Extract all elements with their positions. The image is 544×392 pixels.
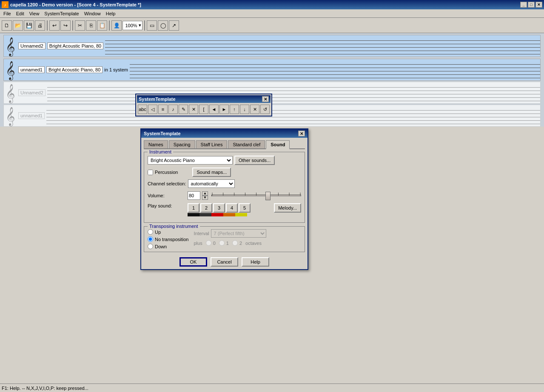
help-button[interactable]: Help — [242, 257, 269, 267]
play-btn-3[interactable]: 3 — [213, 203, 225, 213]
new-button[interactable]: 🗋 — [2, 20, 12, 31]
cut-button[interactable]: ✂ — [75, 20, 85, 31]
radio-up[interactable] — [148, 229, 153, 235]
print-button[interactable]: 🖨 — [35, 20, 45, 31]
app-title: capella 1200 - Demo version - [Score 4 -… — [10, 2, 141, 7]
stb-note[interactable]: ♪ — [168, 105, 178, 114]
stb-abc[interactable]: abc — [138, 105, 147, 114]
staff2-name[interactable]: unnamed1 — [18, 66, 45, 73]
interval-select: 7 (Perfect fifth) — [211, 229, 266, 238]
staff3-name[interactable]: Unnamed2 — [18, 89, 46, 96]
instrument-select[interactable]: Bright Acoustic Piano — [148, 156, 233, 165]
menu-edit[interactable]: Edit — [14, 10, 27, 17]
stb-down[interactable]: ↓ — [240, 105, 249, 114]
tab-sound[interactable]: Sound — [266, 140, 290, 149]
score-staff-1[interactable]: 𝄞 Unnamed2 Bright Acoustic Piano, 80 — [3, 35, 541, 57]
stb-up[interactable]: ↑ — [230, 105, 239, 114]
zoom-control[interactable]: 100% ▾ — [122, 21, 142, 30]
channel-select[interactable]: automatically — [188, 179, 235, 188]
tool2-button[interactable]: ◯ — [158, 20, 168, 31]
stb-left[interactable]: ◄ — [209, 105, 219, 114]
stb-delete[interactable]: ✕ — [250, 105, 259, 114]
user-button[interactable]: 👤 — [111, 20, 122, 31]
ok-button[interactable]: OK — [179, 257, 207, 267]
tab-standard-clef[interactable]: Standard clef — [228, 140, 265, 148]
menu-systemtemplate[interactable]: SystemTemplate — [42, 10, 81, 17]
open-button[interactable]: 📂 — [13, 20, 23, 31]
maximize-button[interactable]: □ — [528, 2, 535, 8]
radio-up-text: Up — [155, 230, 161, 235]
volume-spin-up[interactable]: ▲ — [202, 191, 208, 196]
color-bar-4 — [223, 213, 235, 216]
stb-x[interactable]: ✕ — [189, 105, 198, 114]
close-button[interactable]: ✕ — [535, 2, 542, 8]
stb-pencil[interactable]: ✎ — [179, 105, 188, 114]
octave-0-radio — [206, 240, 211, 246]
staff1-name[interactable]: Unnamed2 — [18, 43, 46, 49]
save-button[interactable]: 💾 — [24, 20, 34, 31]
menu-file[interactable]: File — [1, 10, 14, 17]
octaves-label: octaves — [245, 241, 262, 246]
minimize-button[interactable]: _ — [520, 2, 527, 8]
staff4-name[interactable]: unnamed1 — [18, 112, 45, 119]
play-sound-label: Play sound: — [148, 203, 186, 208]
play-btn-1[interactable]: 1 — [188, 203, 199, 213]
cancel-button[interactable]: Cancel — [211, 257, 238, 267]
play-btn-4[interactable]: 4 — [226, 203, 238, 213]
volume-slider-handle[interactable] — [265, 192, 271, 200]
play-color-bars — [188, 213, 251, 216]
radio-down[interactable] — [148, 244, 153, 249]
tab-spacing[interactable]: Spacing — [169, 140, 195, 148]
octave-2-text: 2 — [239, 241, 242, 246]
tool1-button[interactable]: ▭ — [147, 20, 157, 31]
menu-view[interactable]: View — [27, 10, 42, 17]
score-staff-2[interactable]: 𝄞 unnamed1 Bright Acoustic Piano, 80 in … — [3, 59, 541, 81]
stb-lines[interactable]: ≡ — [158, 105, 168, 114]
tool3-button[interactable]: ↗ — [169, 20, 179, 31]
octave-0-text: 0 — [213, 241, 216, 246]
stb-refresh[interactable]: ↺ — [260, 105, 270, 114]
dialog-close-button[interactable]: ✕ — [298, 131, 305, 136]
staff2-instrument[interactable]: Bright Acoustic Piano, 80 — [46, 66, 103, 73]
play-btn-5[interactable]: 5 — [239, 203, 251, 213]
melody-button[interactable]: Melody... — [274, 203, 301, 213]
volume-input[interactable]: 80 — [188, 191, 200, 200]
volume-spin-down[interactable]: ▼ — [202, 196, 208, 200]
sound-maps-button[interactable]: Sound maps... — [192, 168, 231, 177]
radio-no-transpose[interactable] — [148, 236, 153, 242]
paste-button[interactable]: 📋 — [97, 20, 107, 31]
zoom-input[interactable]: 100% — [124, 23, 139, 28]
percussion-checkbox[interactable] — [148, 170, 153, 175]
undo-button[interactable]: ↩ — [49, 20, 60, 31]
stb-triangle[interactable]: ◁ — [148, 105, 157, 114]
tab-staff-lines[interactable]: Staff Lines — [196, 140, 228, 148]
play-btn-2[interactable]: 2 — [200, 203, 212, 213]
sys-toolbar-close[interactable]: ✕ — [262, 96, 269, 102]
tab-names[interactable]: Names — [144, 140, 168, 148]
clef-2: 𝄞 — [4, 59, 17, 80]
main-toolbar: 🗋 📂 💾 🖨 ↩ ↪ ✂ ⎘ 📋 👤 100% ▾ ▭ ◯ ↗ — [0, 18, 544, 33]
system-template-dialog: SystemTemplate ✕ Names Spacing Staff Lin… — [140, 128, 308, 270]
other-sounds-button[interactable]: Other sounds... — [234, 156, 275, 165]
staff1-instrument[interactable]: Bright Acoustic Piano, 80 — [47, 43, 103, 49]
menu-window[interactable]: Window — [82, 10, 103, 17]
radio-up-label[interactable]: Up — [148, 229, 189, 235]
menu-help[interactable]: Help — [103, 10, 118, 17]
stb-bracket[interactable]: [ — [199, 105, 208, 114]
percussion-row: Percussion Sound maps... — [148, 168, 301, 177]
radio-down-label[interactable]: Down — [148, 244, 189, 249]
stb-right[interactable]: ► — [219, 105, 229, 114]
copy-button[interactable]: ⎘ — [86, 20, 96, 31]
transpose-group-label: Transposing instrument — [148, 224, 200, 229]
volume-slider-track[interactable]: | | | | | | | | | — [211, 195, 301, 196]
percussion-checkbox-label[interactable]: Percussion — [148, 170, 178, 175]
toolbar-sep2 — [72, 20, 73, 31]
volume-spinner[interactable]: ▲ ▼ — [202, 191, 208, 200]
radio-no-transpose-label[interactable]: No transposition — [148, 236, 189, 242]
redo-button[interactable]: ↪ — [60, 20, 71, 31]
octave-1-text: 1 — [226, 241, 229, 246]
zoom-dropdown-icon[interactable]: ▾ — [139, 23, 141, 28]
radio-down-text: Down — [155, 244, 167, 249]
play-sound-controls: 1 2 3 4 5 — [188, 203, 251, 216]
sys-template-toolbar: SystemTemplate ✕ abc ◁ ≡ ♪ ✎ ✕ [ ◄ ► ↑ ↓… — [135, 94, 272, 116]
